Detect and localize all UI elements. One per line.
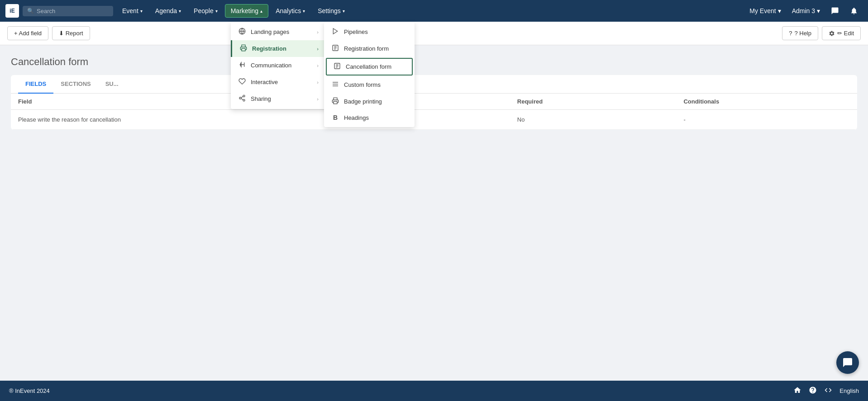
add-field-button[interactable]: + Add field — [7, 26, 48, 40]
form-icon — [331, 44, 339, 53]
globe-icon — [238, 28, 246, 36]
printer-icon — [239, 44, 248, 53]
nav-item-marketing[interactable]: Marketing ▴ — [225, 4, 268, 18]
gear-icon — [829, 30, 835, 37]
page-title: Cancellation form — [11, 56, 857, 68]
svg-rect-1 — [242, 48, 245, 51]
chevron-right-icon: › — [317, 46, 319, 52]
dropdown-item-interactive[interactable]: Interactive › — [231, 74, 326, 90]
language-label[interactable]: English — [839, 387, 859, 394]
toolbar: + Add field ⬇ Report ? ? Help ✏ Edit — [0, 22, 868, 45]
chevron-down-icon: ▾ — [179, 9, 181, 14]
notifications-button[interactable] — [845, 4, 863, 18]
chevron-down-icon: ▾ — [778, 7, 781, 14]
chevron-down-icon: ▾ — [215, 9, 218, 14]
tab-fields[interactable]: FIELDS — [18, 75, 53, 94]
messages-button[interactable] — [826, 4, 844, 18]
tab-su[interactable]: SU... — [98, 75, 126, 94]
search-icon: 🔍 — [27, 8, 34, 14]
dropdown-item-landing-pages[interactable]: Landing pages › — [231, 24, 326, 40]
nav-item-people[interactable]: People ▾ — [188, 5, 223, 17]
my-event-button[interactable]: My Event ▾ — [745, 5, 785, 17]
svg-line-5 — [241, 99, 243, 100]
search-input[interactable] — [37, 8, 109, 14]
submenu-item-custom-forms[interactable]: Custom forms — [324, 76, 415, 93]
nav-item-settings[interactable]: Settings ▾ — [312, 5, 350, 17]
submenu-item-registration-form[interactable]: Registration form — [324, 40, 415, 57]
chevron-right-icon: › — [317, 63, 319, 68]
footer: ® InEvent 2024 English — [0, 381, 868, 401]
logo[interactable]: iE — [5, 4, 19, 18]
svg-point-4 — [243, 99, 245, 101]
svg-rect-19 — [334, 101, 337, 104]
heading-icon: B — [331, 114, 339, 121]
nav-item-event[interactable]: Event ▾ — [117, 5, 148, 17]
chat-icon — [842, 357, 853, 368]
nav-item-agenda[interactable]: Agenda ▾ — [150, 5, 186, 17]
cell-conditionals: - — [683, 116, 850, 123]
chevron-right-icon: › — [317, 96, 319, 102]
custom-forms-icon — [331, 80, 339, 89]
submenu-item-pipelines[interactable]: Pipelines — [324, 24, 415, 40]
cell-field: Please write the reason for cancellation — [18, 116, 351, 123]
search-box[interactable]: 🔍 — [23, 6, 113, 16]
svg-line-6 — [241, 96, 243, 98]
report-button[interactable]: ⬇ Report — [52, 26, 90, 40]
submenu-item-cancellation-form[interactable]: Cancellation form — [326, 58, 413, 75]
main-content: Cancellation form FIELDS SECTIONS SU... … — [0, 45, 868, 141]
share-icon — [238, 94, 246, 103]
dropdown-item-sharing[interactable]: Sharing › — [231, 90, 326, 107]
edit-button[interactable]: ✏ Edit — [822, 26, 861, 40]
dropdown-item-communication[interactable]: Communication › — [231, 57, 326, 74]
nav-item-analytics[interactable]: Analytics ▾ — [270, 5, 310, 17]
message-icon — [831, 7, 839, 15]
nav-right: My Event ▾ Admin 3 ▾ — [745, 4, 863, 18]
tabs: FIELDS SECTIONS SU... — [11, 75, 857, 94]
handshake-icon — [238, 78, 246, 86]
megaphone-icon — [238, 61, 246, 70]
chevron-right-icon: › — [317, 29, 319, 35]
chat-button[interactable] — [836, 351, 859, 374]
col-required: Required — [517, 98, 684, 105]
chevron-down-icon: ▾ — [140, 9, 143, 14]
content-card: FIELDS SECTIONS SU... Field Required Con… — [11, 75, 857, 130]
chevron-down-icon: ▾ — [303, 9, 305, 14]
footer-right: English — [793, 386, 859, 396]
pipeline-icon — [331, 28, 339, 36]
toolbar-right: ? ? Help ✏ Edit — [782, 26, 861, 40]
svg-point-3 — [239, 97, 241, 99]
svg-marker-7 — [333, 28, 337, 34]
toolbar-left: + Add field ⬇ Report — [7, 26, 90, 40]
help-button[interactable]: ? ? Help — [782, 26, 818, 40]
nav-items: Event ▾ Agenda ▾ People ▾ Marketing ▴ An… — [117, 4, 350, 18]
chevron-down-icon: ▾ — [343, 9, 345, 14]
bell-icon — [850, 7, 858, 15]
chevron-right-icon: › — [317, 80, 319, 85]
help-footer-icon[interactable] — [809, 386, 817, 396]
table-row[interactable]: Please write the reason for cancellation… — [11, 110, 857, 130]
top-navigation: iE 🔍 Event ▾ Agenda ▾ People ▾ Marketing… — [0, 0, 868, 22]
chevron-down-icon: ▾ — [817, 7, 820, 14]
chevron-up-icon: ▴ — [260, 9, 262, 14]
svg-point-2 — [243, 95, 245, 97]
submenu-item-headings[interactable]: B Headings — [324, 110, 415, 125]
badge-icon — [331, 97, 339, 106]
dropdown-item-registration[interactable]: Registration › — [231, 40, 326, 57]
table-header: Field Required Conditionals — [11, 94, 857, 110]
code-footer-icon[interactable] — [824, 386, 832, 396]
cell-required: No — [517, 116, 684, 123]
home-footer-icon[interactable] — [793, 386, 801, 396]
col-conditionals: Conditionals — [683, 98, 850, 105]
cancellation-form-icon — [333, 62, 341, 71]
question-icon: ? — [789, 30, 792, 37]
nav-left: iE 🔍 Event ▾ Agenda ▾ People ▾ Marketing… — [5, 4, 350, 18]
admin-button[interactable]: Admin 3 ▾ — [787, 5, 825, 17]
submenu-item-badge-printing[interactable]: Badge printing — [324, 93, 415, 110]
copyright-text: ® InEvent 2024 — [9, 387, 50, 394]
tab-sections[interactable]: SECTIONS — [53, 75, 98, 94]
